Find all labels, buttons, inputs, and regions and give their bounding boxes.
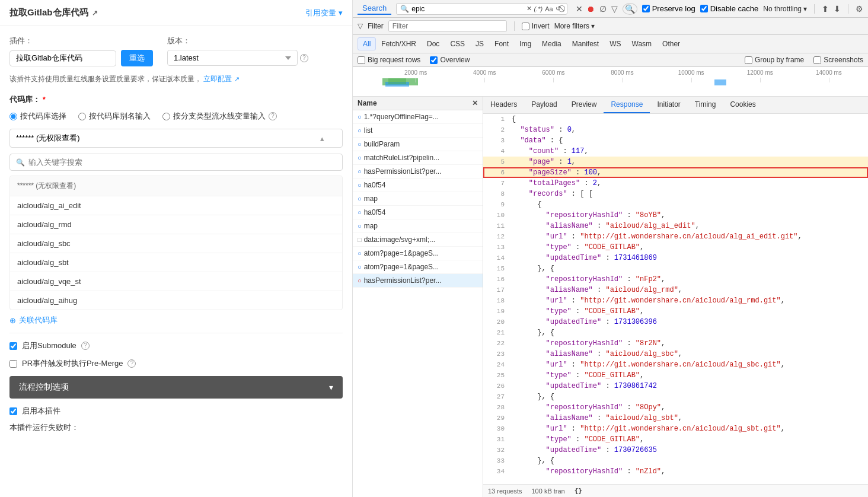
request-item-11[interactable]: ○ atom?page=1&pageS...: [353, 247, 483, 260]
invert-checkbox[interactable]: [522, 23, 529, 30]
preserve-log-checkbox[interactable]: [642, 5, 650, 12]
detail-tabs: Headers Payload Preview Response Initiat…: [483, 97, 868, 114]
request-item-5[interactable]: ○ hasPermissionList?per...: [353, 165, 483, 179]
tab-doc[interactable]: Doc: [422, 37, 445, 50]
group-by-frame-checkbox[interactable]: [745, 56, 752, 64]
request-item-3[interactable]: ○ buildParam: [353, 138, 483, 151]
tab-img[interactable]: Img: [514, 37, 537, 50]
tab-all[interactable]: All: [358, 37, 376, 50]
request-item-12[interactable]: ○ atom?page=1&pageS...: [353, 260, 483, 274]
list-item[interactable]: aicloud/alg_vqe_st: [10, 272, 342, 291]
request-item-8[interactable]: ○ ha0f54: [353, 206, 483, 219]
radio-by-alias[interactable]: 按代码库别名输入: [78, 111, 151, 122]
external-link-icon-small[interactable]: ↗: [234, 75, 240, 82]
json-line-31: 31 "type" : "CODE_GITLAB",: [483, 434, 868, 445]
json-icon[interactable]: {}: [575, 487, 582, 495]
refresh-icon[interactable]: ↺: [556, 5, 561, 12]
search-magnify-icon[interactable]: 🔍: [623, 3, 637, 15]
filter-input[interactable]: [388, 20, 507, 32]
tab-font[interactable]: Font: [489, 37, 514, 50]
clear-icon[interactable]: ∅: [599, 4, 607, 14]
tab-wasm[interactable]: Wasm: [627, 37, 658, 50]
overview-checkbox[interactable]: [430, 56, 438, 64]
record-icon[interactable]: ⏺: [586, 4, 595, 14]
tab-media[interactable]: Media: [537, 37, 567, 50]
list-item[interactable]: aicloud/alg_aihug: [10, 291, 342, 310]
list-item[interactable]: aicloud/alg_ai_edit: [10, 196, 342, 215]
filter-icon[interactable]: ▽: [611, 4, 618, 14]
tab-timing[interactable]: Timing: [688, 97, 723, 113]
request-item-4[interactable]: ○ matchRuleList?pipelin...: [353, 151, 483, 165]
request-item-7[interactable]: ○ map: [353, 192, 483, 206]
request-item-10[interactable]: □ data:image/svg+xml;...: [353, 233, 483, 247]
pr-merge-checkbox[interactable]: [9, 360, 17, 368]
ref-var-button[interactable]: 引用变量 ▾: [305, 8, 343, 18]
json-content-27: }, {: [512, 391, 863, 402]
tab-headers[interactable]: Headers: [483, 97, 524, 113]
disable-cache-checkbox[interactable]: [700, 5, 708, 12]
screenshots-cb[interactable]: Screenshots: [813, 56, 863, 64]
tab-other[interactable]: Other: [657, 37, 685, 50]
link-repo-btn[interactable]: ⊕ 关联代码库: [9, 315, 343, 326]
request-item-13[interactable]: ○ hasPermissionList?per...: [353, 274, 483, 288]
flow-section-collapse[interactable]: 流程控制选项 ▾: [9, 376, 343, 399]
json-content-23: "aliasName" : "aicloud/alg_sbc",: [512, 349, 863, 359]
preserve-log-cb[interactable]: Preserve log: [642, 4, 695, 13]
invert-checkbox-row[interactable]: Invert: [522, 22, 550, 30]
close-search-icon[interactable]: ✕: [572, 4, 586, 14]
request-item-2[interactable]: ○ list: [353, 124, 483, 138]
clear-search-icon[interactable]: ✕: [526, 5, 532, 12]
list-item[interactable]: aicloud/alg_rmd: [10, 215, 342, 234]
enable-submodule-checkbox[interactable]: [9, 342, 17, 350]
submodule-info-icon[interactable]: ?: [81, 342, 90, 350]
enable-plugin-checkbox[interactable]: [9, 407, 17, 415]
version-select[interactable]: 1.latest: [167, 50, 298, 66]
more-filters-button[interactable]: More filters ▾: [554, 22, 595, 30]
tab-css[interactable]: CSS: [445, 37, 470, 50]
external-link-icon[interactable]: ↗: [92, 9, 98, 17]
request-item-9[interactable]: ○ map: [353, 219, 483, 233]
list-item[interactable]: aicloud/alg_sbc: [10, 234, 342, 253]
tab-initiator[interactable]: Initiator: [650, 97, 687, 113]
big-request-rows-checkbox[interactable]: [358, 56, 365, 64]
throttle-button[interactable]: No throttling ▾: [763, 5, 807, 13]
request-item-6[interactable]: ○ ha0f54: [353, 179, 483, 192]
tab-payload[interactable]: Payload: [524, 97, 564, 113]
tab-search[interactable]: Search: [358, 2, 391, 15]
radio-by-repo-input[interactable]: [9, 113, 17, 120]
group-by-frame-cb[interactable]: Group by frame: [745, 56, 804, 64]
tab-js[interactable]: JS: [470, 37, 489, 50]
disable-cache-cb[interactable]: Disable cache: [700, 4, 759, 13]
branch-info-icon[interactable]: ?: [269, 112, 277, 120]
json-line-10: 10 "repositoryHashId" : "8oYB",: [483, 210, 868, 221]
radio-by-branch[interactable]: 按分支类型流水线变量输入 ?: [162, 111, 277, 122]
requests-count: 13 requests: [488, 488, 522, 495]
search-input[interactable]: [411, 5, 524, 13]
big-request-rows-cb[interactable]: Big request rows: [358, 56, 420, 64]
radio-by-branch-input[interactable]: [162, 113, 170, 120]
tab-ws[interactable]: WS: [604, 37, 626, 50]
case-sensitive-icon[interactable]: Aa: [545, 5, 553, 12]
overview-cb[interactable]: Overview: [430, 56, 470, 64]
download-icon[interactable]: ⬇: [834, 4, 841, 14]
tab-fetch-xhr[interactable]: Fetch/XHR: [376, 37, 422, 50]
tab-response[interactable]: Response: [604, 97, 650, 113]
regex-icon[interactable]: (.*): [534, 5, 543, 12]
close-name-panel-icon[interactable]: ✕: [472, 99, 478, 107]
request-item-1[interactable]: ○ 1.*?queryOfflineFlag=...: [353, 110, 483, 124]
tab-manifest[interactable]: Manifest: [567, 37, 604, 50]
pr-merge-info-icon[interactable]: ?: [127, 359, 136, 368]
tab-preview[interactable]: Preview: [564, 97, 604, 113]
config-link[interactable]: 立即配置: [203, 75, 232, 83]
upload-icon[interactable]: ⬆: [822, 4, 829, 14]
radio-by-alias-input[interactable]: [78, 113, 86, 120]
tab-cookies[interactable]: Cookies: [723, 97, 762, 113]
radio-by-repo[interactable]: 按代码库选择: [9, 111, 66, 122]
reselect-button[interactable]: 重选: [121, 50, 153, 66]
list-item[interactable]: aicloud/alg_sbt: [10, 253, 342, 272]
version-info-icon[interactable]: ?: [300, 54, 308, 62]
repo-search-input[interactable]: [28, 158, 336, 167]
settings-icon[interactable]: ⚙: [856, 4, 863, 14]
screenshots-checkbox[interactable]: [813, 56, 821, 64]
repo-dropdown[interactable]: ****** (无权限查看) ▴: [9, 129, 343, 148]
